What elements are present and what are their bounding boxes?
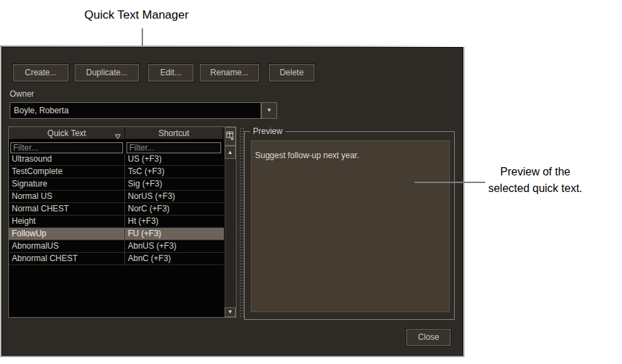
quick-text-cell: Ultrasound: [9, 153, 125, 165]
column-header-label: Quick Text: [48, 128, 86, 138]
preview-text-area: Suggest follow-up next year.: [251, 140, 450, 312]
shortcut-cell: Ht (+F3): [125, 215, 223, 227]
rename-button[interactable]: Rename...: [200, 64, 259, 82]
table-row[interactable]: AbnormalUSAbnUS (+F3): [9, 240, 224, 253]
column-header-shortcut[interactable]: Shortcut: [125, 127, 223, 140]
table-row[interactable]: Abnormal CHESTAbnC (+F3): [9, 253, 224, 265]
quick-text-cell: Signature: [9, 178, 125, 190]
shortcut-cell: TsC (+F3): [125, 166, 223, 178]
table-header-row: Quick Text Shortcut: [9, 127, 224, 140]
annotation-preview-note: Preview of the selected quick text.: [482, 164, 589, 197]
shortcut-filter-input[interactable]: [126, 142, 221, 153]
quick-text-cell: Height: [9, 215, 125, 227]
shortcut-cell: AbnC (+F3): [125, 253, 223, 265]
callout-line-title: [142, 28, 143, 47]
quick-text-cell: Normal US: [9, 191, 125, 202]
duplicate-button[interactable]: Duplicate...: [75, 64, 139, 82]
table-row[interactable]: SignatureSig (+F3): [9, 178, 224, 191]
arrow-up-icon: ▲: [227, 149, 233, 155]
shortcut-cell: NorUS (+F3): [125, 191, 223, 202]
quick-text-manager-dialog: Create... Duplicate... Edit... Rename...…: [0, 46, 464, 357]
sort-indicator-icon: [115, 131, 121, 143]
quick-text-table: Quick Text Shortcut: [9, 127, 224, 317]
table-row[interactable]: HeightHt (+F3): [9, 215, 224, 228]
delete-button[interactable]: Delete: [269, 64, 314, 82]
column-chooser-icon: [226, 131, 235, 142]
owner-dropdown-button[interactable]: ▼: [261, 102, 277, 119]
owner-combobox[interactable]: Boyle, Roberta: [10, 102, 261, 119]
quick-text-cell: Abnormal CHEST: [9, 253, 125, 265]
quick-text-table-panel: Quick Text Shortcut: [8, 126, 236, 318]
create-button[interactable]: Create...: [13, 64, 68, 82]
edit-button[interactable]: Edit...: [148, 64, 194, 82]
chevron-down-icon: ▼: [267, 107, 272, 113]
annotation-title: Quick Text Manager: [84, 8, 223, 22]
shortcut-cell: Sig (+F3): [125, 178, 223, 190]
quick-text-cell: Normal CHEST: [9, 203, 125, 215]
quick-text-filter-input[interactable]: [10, 142, 123, 153]
filter-cell: [9, 140, 125, 153]
quick-text-cell: AbnormalUS: [9, 240, 125, 252]
quick-text-cell: TestComplete: [9, 166, 125, 178]
table-row[interactable]: Normal USNorUS (+F3): [9, 191, 224, 203]
table-row[interactable]: FollowUpFU (+F3): [9, 228, 224, 240]
quick-text-cell: FollowUp: [9, 228, 125, 240]
page: Quick Text Manager Preview of the select…: [0, 0, 622, 364]
preview-caption: Preview: [250, 126, 285, 136]
scroll-down-button[interactable]: ▼: [225, 307, 236, 317]
scrollbar-track[interactable]: [225, 159, 236, 307]
filter-cell: [125, 140, 223, 153]
shortcut-cell: NorC (+F3): [125, 203, 223, 215]
scroll-up-button[interactable]: ▲: [225, 146, 236, 159]
table-body: UltrasoundUS (+F3)TestCompleteTsC (+F3)S…: [9, 153, 224, 317]
shortcut-cell: FU (+F3): [125, 228, 223, 240]
column-chooser-button[interactable]: [225, 127, 236, 146]
column-header-label: Shortcut: [158, 128, 189, 138]
table-row[interactable]: UltrasoundUS (+F3): [9, 153, 224, 166]
shortcut-cell: US (+F3): [125, 153, 223, 165]
table-scrollbar: ▲ ▼: [224, 127, 236, 317]
preview-groupbox: Preview Suggest follow-up next year.: [244, 131, 455, 320]
dialog-top-highlight: [0, 46, 464, 47]
owner-label: Owner: [10, 89, 34, 99]
column-header-quick-text[interactable]: Quick Text: [9, 127, 125, 140]
table-row[interactable]: Normal CHESTNorC (+F3): [9, 203, 224, 215]
callout-line-preview: [415, 182, 485, 183]
close-button[interactable]: Close: [406, 329, 451, 346]
arrow-down-icon: ▼: [227, 309, 233, 315]
shortcut-cell: AbnUS (+F3): [125, 240, 223, 252]
table-row[interactable]: TestCompleteTsC (+F3): [9, 166, 224, 178]
